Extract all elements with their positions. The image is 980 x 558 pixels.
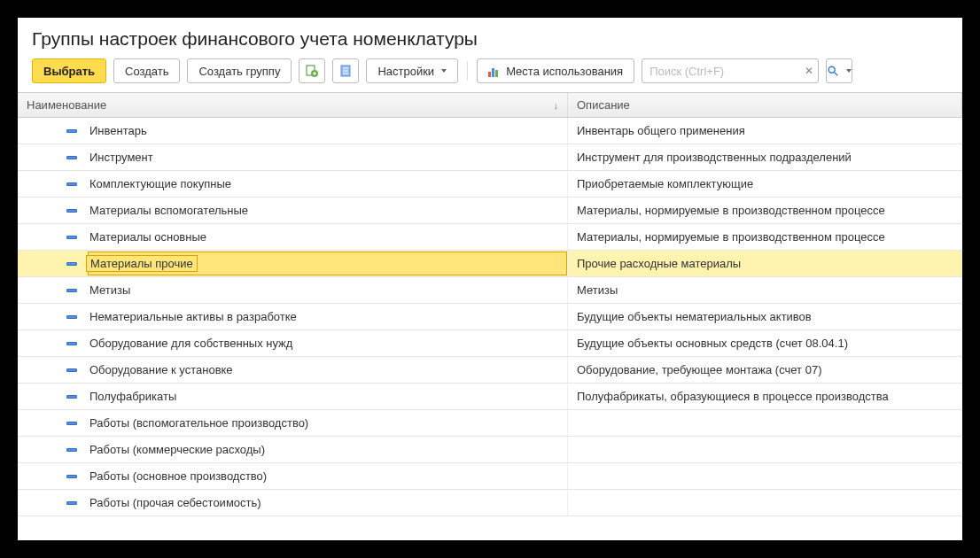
item-icon: [66, 315, 77, 319]
cell-desc: Приобретаемые комплектующие: [568, 171, 962, 197]
item-icon: [66, 368, 77, 372]
cell-name: Работы (вспомогательное производство): [18, 410, 568, 436]
cell-desc: Полуфабрикаты, образующиеся в процессе п…: [568, 384, 962, 409]
list-button[interactable]: [332, 58, 359, 83]
table-row[interactable]: Нематериальные активы в разработкеБудущи…: [18, 304, 962, 330]
table-row[interactable]: Оборудование для собственных нуждБудущие…: [18, 330, 962, 357]
cell-name: Комплектующие покупные: [18, 171, 568, 197]
cell-desc: [568, 410, 962, 436]
cell-desc: [568, 490, 962, 515]
create-group-button[interactable]: Создать группу: [187, 58, 292, 83]
search-icon: [827, 64, 839, 78]
cell-name: Работы (основное производство): [18, 463, 568, 489]
cell-desc: Материалы, нормируемые в производственно…: [568, 198, 962, 223]
copy-icon: [305, 64, 319, 78]
chevron-down-icon: [441, 69, 447, 73]
select-button[interactable]: Выбрать: [32, 58, 106, 83]
table-header: Наименование ↓ Описание: [18, 93, 962, 118]
cell-name: Инвентарь: [18, 118, 568, 143]
row-name: Работы (вспомогательное производство): [89, 416, 308, 430]
row-name: Работы (прочая себестоимость): [89, 496, 261, 509]
cell-name: Оборудование для собственных нужд: [18, 330, 568, 356]
cell-desc: Инвентарь общего применения: [568, 118, 962, 143]
table-row[interactable]: Работы (вспомогательное производство): [18, 410, 962, 437]
cell-name: Оборудование к установке: [18, 357, 568, 383]
chevron-down-icon: [846, 69, 852, 73]
svg-line-7: [835, 73, 838, 76]
item-icon: [66, 395, 77, 399]
cell-desc: Прочие расходные материалы: [568, 251, 962, 276]
svg-point-6: [828, 66, 835, 73]
table-row[interactable]: Работы (прочая себестоимость): [18, 490, 962, 516]
row-name: Инвентарь: [89, 124, 147, 137]
cell-desc: Будущие объекты основных средств (счет 0…: [568, 330, 962, 356]
settings-button[interactable]: Настройки: [366, 58, 458, 83]
item-icon: [66, 236, 77, 239]
table-row[interactable]: Материалы прочиеПрочие расходные материа…: [18, 251, 962, 277]
window: Группы настроек финансового учета номенк…: [18, 18, 962, 540]
row-name: Материалы основные: [89, 230, 206, 244]
create-button[interactable]: Создать: [113, 58, 180, 83]
item-icon: [66, 448, 77, 452]
cell-desc: Инструмент для производственных подразде…: [568, 144, 962, 170]
table-row[interactable]: Материалы основныеМатериалы, нормируемые…: [18, 224, 962, 251]
table: Наименование ↓ Описание ИнвентарьИнвента…: [18, 92, 962, 516]
row-name: Оборудование к установке: [89, 363, 233, 376]
cell-desc: Будущие объекты нематериальных активов: [568, 304, 962, 329]
divider: [467, 61, 468, 81]
item-icon: [66, 209, 77, 213]
cell-desc: Материалы, нормируемые в производственно…: [568, 224, 962, 250]
chart-icon: [488, 65, 501, 77]
search-field: ✕: [642, 58, 819, 83]
item-icon: [66, 156, 77, 159]
search-button[interactable]: [826, 58, 852, 83]
row-name: Работы (коммерческие расходы): [89, 443, 265, 456]
row-name: Полуфабрикаты: [89, 390, 176, 403]
item-icon: [66, 289, 77, 292]
cell-name: Материалы вспомогательные: [18, 198, 568, 223]
table-body: ИнвентарьИнвентарь общего примененияИнст…: [18, 118, 962, 516]
column-header-name[interactable]: Наименование ↓: [18, 93, 568, 117]
copy-button[interactable]: [299, 58, 325, 83]
table-row[interactable]: Оборудование к установкеОборудование, тр…: [18, 357, 962, 384]
column-header-desc[interactable]: Описание: [568, 93, 962, 117]
sort-arrow-icon: ↓: [554, 100, 559, 111]
cell-name: Нематериальные активы в разработке: [18, 304, 568, 329]
cell-name: Работы (прочая себестоимость): [18, 490, 568, 515]
cell-desc: [568, 463, 962, 489]
table-row[interactable]: Работы (коммерческие расходы): [18, 437, 962, 463]
cell-desc: Оборудование, требующее монтажа (счет 07…: [568, 357, 962, 383]
table-row[interactable]: Работы (основное производство): [18, 463, 962, 490]
cell-name: Материалы прочие: [18, 251, 568, 276]
item-icon: [66, 129, 77, 133]
page-title: Группы настроек финансового учета номенк…: [18, 18, 962, 58]
item-icon: [66, 501, 77, 505]
row-name: Инструмент: [89, 151, 153, 164]
item-icon: [66, 342, 77, 345]
item-icon: [66, 182, 77, 186]
row-name: Работы (основное производство): [89, 469, 267, 483]
usage-label: Места использования: [506, 65, 623, 78]
row-name: Метизы: [89, 283, 130, 297]
cell-name: Инструмент: [18, 144, 568, 170]
cell-desc: [568, 437, 962, 462]
settings-label: Настройки: [377, 65, 434, 78]
cell-name: Метизы: [18, 277, 568, 303]
cell-name: Работы (коммерческие расходы): [18, 437, 568, 462]
table-row[interactable]: МетизыМетизы: [18, 277, 962, 304]
cell-name: Полуфабрикаты: [18, 384, 568, 409]
row-name: Комплектующие покупные: [89, 177, 231, 190]
table-row[interactable]: Материалы вспомогательныеМатериалы, норм…: [18, 198, 962, 224]
usage-button[interactable]: Места использования: [477, 58, 634, 83]
table-row[interactable]: Комплектующие покупныеПриобретаемые комп…: [18, 171, 962, 198]
search-input[interactable]: [642, 58, 819, 83]
table-row[interactable]: ИнвентарьИнвентарь общего применения: [18, 118, 962, 144]
row-name: Материалы прочие: [86, 255, 198, 272]
cell-name: Материалы основные: [18, 224, 568, 250]
item-icon: [66, 475, 77, 478]
clear-icon[interactable]: ✕: [805, 65, 813, 77]
item-icon: [66, 262, 77, 266]
table-row[interactable]: ИнструментИнструмент для производственны…: [18, 144, 962, 171]
list-icon: [338, 64, 353, 78]
table-row[interactable]: ПолуфабрикатыПолуфабрикаты, образующиеся…: [18, 384, 962, 410]
